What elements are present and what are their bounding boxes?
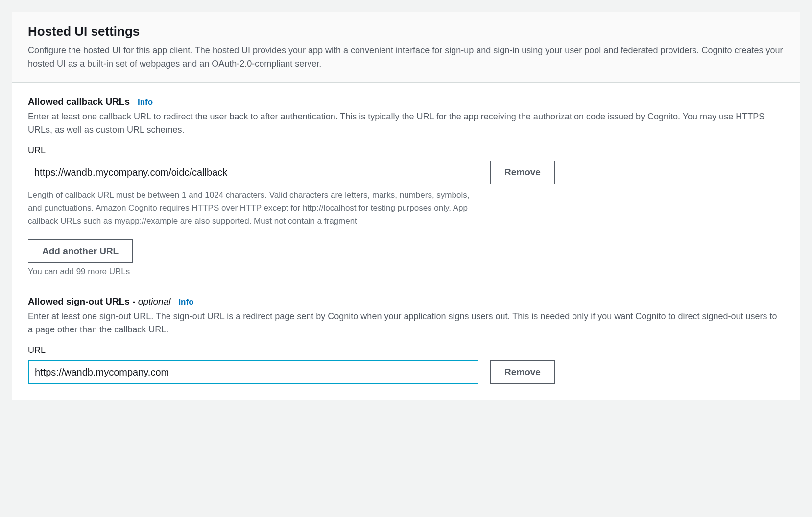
signout-title: Allowed sign-out URLs - optional bbox=[28, 296, 170, 307]
callback-info-link[interactable]: Info bbox=[138, 97, 153, 107]
signout-urls-section: Allowed sign-out URLs - optional Info En… bbox=[28, 296, 784, 384]
panel-title: Hosted UI settings bbox=[28, 24, 784, 39]
panel-description: Configure the hosted UI for this app cli… bbox=[28, 44, 784, 70]
signout-input-row: Remove bbox=[28, 360, 784, 384]
callback-url-label: URL bbox=[28, 145, 784, 156]
callback-url-input[interactable] bbox=[28, 161, 478, 184]
signout-url-label: URL bbox=[28, 345, 784, 355]
signout-title-main: Allowed sign-out URLs - bbox=[28, 296, 138, 306]
callback-urls-section: Allowed callback URLs Info Enter at leas… bbox=[28, 96, 784, 277]
signout-title-optional: optional bbox=[138, 296, 171, 306]
signout-header-row: Allowed sign-out URLs - optional Info bbox=[28, 296, 784, 307]
callback-remove-button[interactable]: Remove bbox=[490, 161, 555, 184]
callback-remaining-hint: You can add 99 more URLs bbox=[28, 267, 784, 277]
panel-header: Hosted UI settings Configure the hosted … bbox=[12, 12, 800, 83]
callback-description: Enter at least one callback URL to redir… bbox=[28, 110, 784, 137]
add-another-url-button[interactable]: Add another URL bbox=[28, 239, 133, 263]
panel-body: Allowed callback URLs Info Enter at leas… bbox=[12, 83, 800, 400]
callback-header-row: Allowed callback URLs Info bbox=[28, 96, 784, 107]
signout-remove-button[interactable]: Remove bbox=[490, 360, 555, 384]
signout-info-link[interactable]: Info bbox=[178, 297, 193, 307]
signout-url-input[interactable] bbox=[28, 360, 478, 384]
hosted-ui-settings-panel: Hosted UI settings Configure the hosted … bbox=[12, 12, 800, 400]
callback-helper-text: Length of callback URL must be between 1… bbox=[28, 189, 478, 228]
callback-input-row: Remove bbox=[28, 161, 784, 184]
callback-title: Allowed callback URLs bbox=[28, 96, 130, 107]
signout-description: Enter at least one sign-out URL. The sig… bbox=[28, 310, 784, 336]
